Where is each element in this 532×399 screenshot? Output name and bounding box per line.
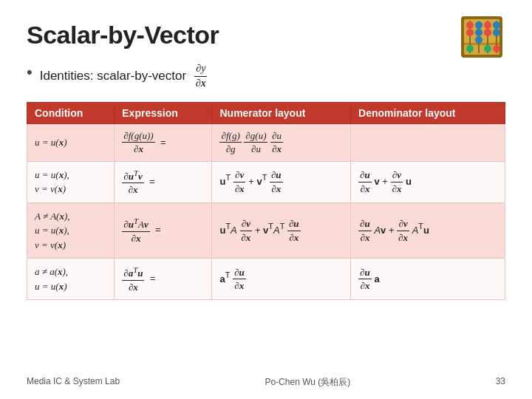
row4-expression: ∂aTu ∂x = (115, 259, 212, 300)
svg-point-10 (475, 36, 482, 44)
bullet-dot: • (27, 63, 33, 82)
svg-rect-15 (464, 43, 499, 45)
row1-numerator: ∂f(g)∂g ∂g(u)∂u ∂u∂x (212, 123, 351, 161)
row1-condition: u = u(x) (27, 123, 115, 161)
bullet-text: Identities: scalar-by-vector ∂y ∂x (40, 63, 208, 90)
row3-numerator: uTA ∂v∂x + vTAT ∂u∂x (212, 202, 351, 259)
col-header-denominator: Denominator layout (351, 102, 505, 123)
table-row: a ≠ a(x),u = u(x) ∂aTu ∂x = aT ∂u∂x ∂u∂x… (27, 259, 505, 300)
svg-point-11 (484, 21, 491, 29)
svg-point-12 (484, 29, 491, 36)
slide-title: Scalar-by-Vector (27, 21, 505, 50)
svg-point-9 (475, 29, 482, 36)
abacus-icon (458, 13, 505, 61)
row4-denominator: ∂u∂x a (351, 259, 505, 300)
footer: Media IC & System Lab Po-Chen Wu (吳柏辰) 3… (27, 376, 505, 389)
svg-point-6 (466, 21, 474, 29)
svg-point-8 (475, 21, 482, 29)
table-row: u = u(x) ∂f(g(u)) ∂x = ∂f(g)∂g ∂g(u)∂u ∂… (27, 123, 505, 161)
svg-point-13 (493, 21, 500, 29)
main-table: Condition Expression Numerator layout De… (27, 102, 505, 301)
row4-condition: a ≠ a(x),u = u(x) (27, 259, 115, 300)
row2-denominator: ∂u∂x v + ∂v∂x u (351, 161, 505, 202)
row3-condition: A ≠ A(x),u = u(x),v = v(x) (27, 202, 115, 259)
footer-center: Po-Chen Wu (吳柏辰) (265, 376, 350, 389)
svg-point-7 (466, 29, 474, 36)
row3-denominator: ∂u∂x Av + ∂v∂x ATu (351, 202, 505, 259)
col-header-expression: Expression (115, 102, 212, 123)
bullet-line: • Identities: scalar-by-vector ∂y ∂x (27, 63, 505, 90)
row1-expression: ∂f(g(u)) ∂x = (115, 123, 212, 161)
row2-condition: u = u(x),v = v(x) (27, 161, 115, 202)
row4-numerator: aT ∂u∂x (212, 259, 351, 300)
row2-numerator: uT ∂v∂x + vT ∂u∂x (212, 161, 351, 202)
col-header-condition: Condition (27, 102, 115, 123)
footer-right: 33 (496, 376, 505, 389)
row1-denominator (351, 123, 505, 161)
svg-point-17 (484, 45, 491, 52)
row3-expression: ∂uTAv ∂x = (115, 202, 212, 259)
slide: Scalar-by-Vector • Identities: scalar-by… (0, 0, 532, 399)
col-header-numerator: Numerator layout (212, 102, 351, 123)
svg-point-18 (493, 45, 500, 52)
table-row: u = u(x),v = v(x) ∂uTv ∂x = uT ∂v∂x + vT… (27, 161, 505, 202)
row2-expression: ∂uTv ∂x = (115, 161, 212, 202)
svg-point-16 (466, 45, 474, 52)
table-row: A ≠ A(x),u = u(x),v = v(x) ∂uTAv ∂x = uT… (27, 202, 505, 259)
svg-point-14 (493, 29, 500, 36)
footer-left: Media IC & System Lab (27, 376, 120, 389)
